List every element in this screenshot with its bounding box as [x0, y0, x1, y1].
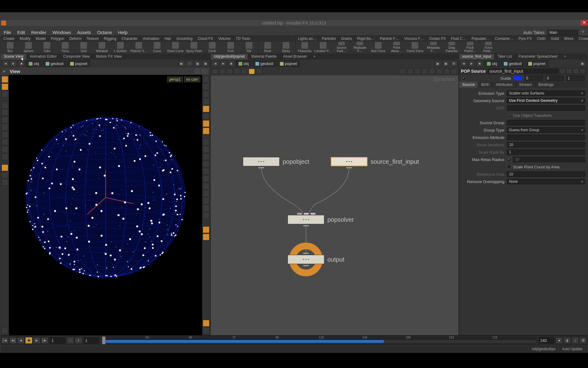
- render-region-icon[interactable]: [2, 164, 8, 171]
- status-auto-update[interactable]: Auto Update: [559, 347, 586, 351]
- tab-stream[interactable]: Stream: [516, 82, 535, 88]
- tab-takelist[interactable]: Take List: [495, 54, 515, 59]
- info-icon[interactable]: ?: [580, 30, 586, 35]
- shelf-left-tabs[interactable]: Create Modify Model Polygon Deform Textu…: [1, 36, 258, 42]
- grid-toggle-icon[interactable]: [203, 139, 209, 145]
- sync-icon[interactable]: ○: [186, 60, 193, 67]
- hq-icon[interactable]: [203, 128, 209, 134]
- parm-home-icon[interactable]: ■: [476, 60, 483, 67]
- shelf-right-tabs[interactable]: Lights an… Particles Grains Rigid Bo… Pa…: [296, 36, 588, 42]
- geometry-source-dropdown[interactable]: Use First Context Geometry: [507, 98, 585, 103]
- home-icon[interactable]: ■: [18, 60, 25, 67]
- tab-assetbrowser[interactable]: Asset Browser: [280, 54, 310, 59]
- shade-icon[interactable]: [203, 105, 209, 112]
- light-icon[interactable]: [203, 113, 209, 120]
- frame-sel-icon[interactable]: [203, 212, 209, 219]
- node-name-field[interactable]: source_first_input: [488, 68, 558, 74]
- key-icon[interactable]: ●: [556, 337, 563, 344]
- current-frame-field[interactable]: [50, 337, 65, 343]
- tool-drawcurve[interactable]: Draw Curve: [166, 42, 185, 53]
- node-output[interactable]: output: [288, 255, 324, 264]
- parm-pin-icon[interactable]: ◉: [579, 60, 586, 67]
- shelf-tab[interactable]: Rigid Bo…: [355, 36, 377, 42]
- layout-icon[interactable]: [203, 327, 209, 334]
- menu-render[interactable]: Render: [28, 29, 49, 36]
- parm-path-geo[interactable]: geoboil: [501, 60, 524, 67]
- shelf-tab[interactable]: Lights an…: [296, 36, 319, 42]
- tab-network[interactable]: /obj/geoboil/popnet: [211, 54, 248, 59]
- net-find-icon[interactable]: [444, 69, 450, 74]
- play-icon[interactable]: ▶: [178, 60, 185, 67]
- play-back-button[interactable]: ◄: [17, 337, 24, 344]
- tool-font[interactable]: Font: [221, 42, 240, 53]
- net-path-obj[interactable]: obj: [236, 60, 251, 67]
- viewport[interactable]: persp1 no cam: [9, 75, 202, 335]
- scale-count-checkbox[interactable]: [507, 165, 511, 169]
- group-type-dropdown[interactable]: Guess from Group: [507, 127, 585, 133]
- tab-attributes[interactable]: Attributes: [493, 82, 516, 88]
- shelf-tab[interactable]: Populate…: [469, 36, 492, 42]
- shelf-tab[interactable]: Pyro FX: [516, 36, 534, 42]
- emission-attr-field[interactable]: [507, 135, 585, 140]
- parm-path-obj[interactable]: obj: [484, 60, 500, 67]
- tool-torus[interactable]: Torus: [56, 42, 74, 53]
- net-forward-icon[interactable]: ►: [220, 60, 227, 67]
- brush-tool-icon[interactable]: [2, 131, 8, 138]
- tab-parmspread[interactable]: Parameter Spreadsheet: [515, 54, 561, 59]
- tumble-icon[interactable]: [203, 161, 209, 167]
- shelf-tab[interactable]: Grooming: [174, 36, 195, 42]
- lock-icon[interactable]: [203, 76, 209, 83]
- node-popobject[interactable]: popobject: [243, 157, 280, 166]
- net-opts-icon[interactable]: [451, 69, 457, 74]
- net-thumb-icon[interactable]: [219, 69, 225, 74]
- frame-all-icon[interactable]: [203, 205, 209, 212]
- tool-axisforce[interactable]: Axis Force: [369, 42, 387, 53]
- tool-replicate[interactable]: Replicate F…: [351, 42, 369, 53]
- shelf-tab[interactable]: Model: [33, 36, 48, 42]
- tab-motionfx[interactable]: Motion FX View: [93, 54, 125, 59]
- shelf-tab[interactable]: Ocean FX: [427, 36, 449, 42]
- tool-platonic[interactable]: Platonic S…: [130, 42, 148, 53]
- realtime-icon[interactable]: ⧗: [564, 337, 571, 344]
- home-view-icon[interactable]: [203, 197, 209, 204]
- shelf-tab[interactable]: Hair: [162, 36, 174, 42]
- tool-box[interactable]: Box: [1, 42, 19, 53]
- net-netbox-icon[interactable]: [256, 69, 262, 74]
- tool-flock[interactable]: Flock Particl…: [461, 42, 479, 53]
- input-connector[interactable]: [303, 252, 309, 254]
- net-tree-icon[interactable]: [234, 69, 240, 74]
- tool-drag[interactable]: Drag Particles: [443, 42, 461, 53]
- tool-file[interactable]: File: [240, 42, 258, 53]
- tool-lsystem[interactable]: L-System: [111, 42, 130, 53]
- shelf-tab[interactable]: Create: [1, 36, 17, 42]
- input-connectors[interactable]: [297, 213, 316, 214]
- parm-forward-icon[interactable]: ►: [468, 60, 475, 67]
- stop-button[interactable]: ■: [25, 337, 32, 344]
- tool-location[interactable]: Location P…: [314, 42, 332, 53]
- snap-icon[interactable]: [194, 68, 200, 74]
- network-view[interactable]: Dynamics popobject source_first_input: [211, 75, 458, 335]
- shelf-tab[interactable]: Fluid C…: [449, 36, 469, 42]
- remove-overlap-dropdown[interactable]: None: [507, 179, 585, 184]
- end-frame-field[interactable]: [539, 337, 554, 343]
- next-key-button[interactable]: |►: [41, 337, 48, 344]
- shelf-tab[interactable]: Volume: [216, 36, 233, 42]
- lasso-tool-icon[interactable]: [2, 124, 8, 131]
- back-icon[interactable]: ◄: [2, 60, 9, 67]
- tool-sphere[interactable]: Sphere: [19, 42, 38, 53]
- path-pop[interactable]: popnet: [67, 60, 90, 67]
- path-geo[interactable]: geoboil: [43, 60, 66, 67]
- output-connector[interactable]: [346, 167, 352, 169]
- node-popsolver[interactable]: popsolver: [288, 215, 324, 224]
- zoom-icon[interactable]: [203, 183, 209, 190]
- auto-takes-label[interactable]: Auto Takes: [520, 29, 548, 36]
- shelf-tab[interactable]: Animation: [141, 36, 162, 42]
- start-frame-field[interactable]: [84, 337, 99, 343]
- wire-icon[interactable]: [203, 98, 209, 105]
- menu-windows[interactable]: Windows: [49, 29, 74, 36]
- flipbook-icon[interactable]: [2, 179, 8, 186]
- net-zoom6-icon[interactable]: [436, 69, 443, 74]
- headlight-icon[interactable]: [203, 120, 209, 127]
- tab-source[interactable]: Source: [459, 82, 478, 88]
- shelf-tab[interactable]: Polygon: [48, 36, 67, 42]
